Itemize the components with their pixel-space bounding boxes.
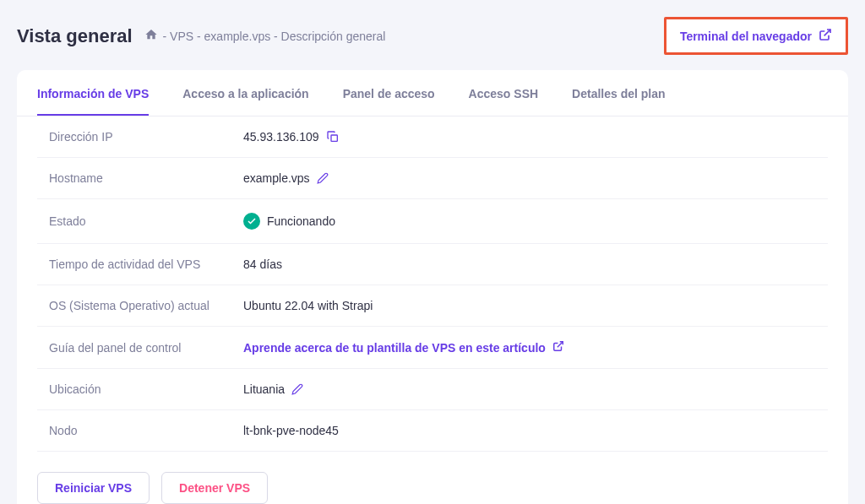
tab-panel-access[interactable]: Panel de acceso [343, 70, 435, 116]
page-title: Vista general [17, 25, 133, 47]
tabs: Información de VPS Acceso a la aplicació… [17, 70, 848, 117]
hostname-value: example.vps [243, 171, 310, 185]
guide-link[interactable]: Aprende acerca de tu plantilla de VPS en… [243, 340, 564, 355]
svg-line-0 [824, 30, 830, 35]
row-guide: Guía del panel de control Aprende acerca… [37, 327, 828, 369]
row-uptime: Tiempo de actividad del VPS 84 días [37, 244, 828, 285]
location-value: Lituania [243, 382, 285, 396]
status-label: Estado [49, 214, 243, 228]
external-link-icon [552, 340, 564, 355]
svg-line-2 [558, 342, 563, 347]
status-value: Funcionando [267, 214, 335, 228]
tab-app-access[interactable]: Acceso a la aplicación [182, 70, 308, 116]
row-location: Ubicación Lituania [37, 369, 828, 410]
node-value: lt-bnk-pve-node45 [243, 424, 339, 437]
row-hostname: Hostname example.vps [37, 158, 828, 199]
ip-value: 45.93.136.109 [243, 130, 319, 144]
stop-vps-button[interactable]: Detener VPS [161, 472, 268, 504]
node-label: Nodo [49, 424, 243, 437]
os-label: OS (Sistema Operativo) actual [49, 299, 243, 312]
ip-label: Dirección IP [49, 130, 243, 144]
copy-icon[interactable] [326, 130, 340, 144]
external-link-icon [819, 28, 832, 44]
hostname-label: Hostname [49, 171, 243, 185]
home-icon[interactable] [144, 28, 158, 44]
guide-label: Guía del panel de control [49, 341, 243, 355]
edit-icon[interactable] [317, 172, 329, 184]
vps-info-card: Información de VPS Acceso a la aplicació… [17, 70, 848, 504]
restart-vps-button[interactable]: Reiniciar VPS [37, 472, 150, 504]
row-status: Estado Funcionando [37, 199, 828, 244]
uptime-label: Tiempo de actividad del VPS [49, 257, 243, 271]
row-node: Nodo lt-bnk-pve-node45 [37, 410, 828, 452]
tab-vps-info[interactable]: Información de VPS [37, 70, 149, 116]
guide-link-text: Aprende acerca de tu plantilla de VPS en… [243, 341, 546, 355]
tab-ssh-access[interactable]: Acceso SSH [469, 70, 538, 116]
os-value: Ubuntu 22.04 with Strapi [243, 299, 373, 312]
svg-rect-1 [331, 135, 337, 141]
check-icon [243, 213, 260, 230]
tab-plan-details[interactable]: Detalles del plan [572, 70, 665, 116]
browser-terminal-button[interactable]: Terminal del navegador [664, 17, 848, 55]
row-ip: Dirección IP 45.93.136.109 [37, 117, 828, 158]
edit-icon[interactable] [291, 383, 303, 395]
location-label: Ubicación [49, 382, 243, 396]
row-os: OS (Sistema Operativo) actual Ubuntu 22.… [37, 285, 828, 327]
breadcrumb: - VPS - example.vps - Descripción genera… [144, 28, 386, 44]
breadcrumb-text: - VPS - example.vps - Descripción genera… [163, 30, 386, 43]
browser-terminal-label: Terminal del navegador [680, 30, 812, 43]
uptime-value: 84 días [243, 257, 282, 271]
